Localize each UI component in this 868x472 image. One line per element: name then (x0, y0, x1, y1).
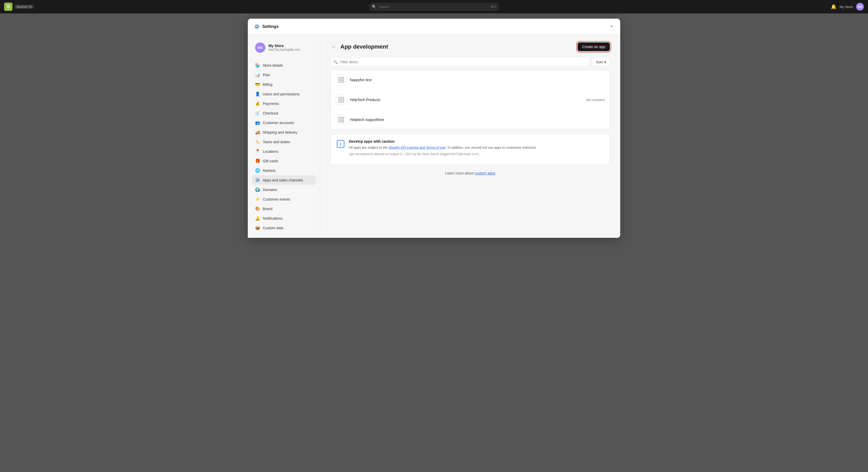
info-title: Develop apps with caution (349, 139, 536, 143)
sidebar-item-payments[interactable]: 💰 Payments (252, 99, 316, 108)
topbar-store-name: My Store (840, 5, 853, 9)
nav-icon-checkout: 🛒 (255, 111, 260, 115)
sidebar-item-gift-cards[interactable]: 🎁 Gift cards (252, 156, 316, 166)
modal-header: ⚙️ Settings × (248, 19, 620, 35)
page-title-row: ← App development (331, 43, 388, 50)
nav-label-gift-cards: Gift cards (263, 159, 278, 163)
svg-rect-8 (339, 117, 341, 119)
nav-icon-apps-sales-channels: ⚙️ (255, 177, 260, 182)
filter-input[interactable] (331, 57, 589, 67)
sidebar-item-brand[interactable]: 🎨 Brand (252, 204, 316, 213)
filter-search-icon: 🔍 (333, 60, 338, 64)
sidebar-item-taxes-duties[interactable]: 🏷️ Taxes and duties (252, 137, 316, 146)
sidebar-item-custom-data[interactable]: 📦 Custom data (252, 223, 316, 233)
sidebar-item-notifications[interactable]: 🔔 Notifications (252, 213, 316, 223)
nav-icon-customer-events: ⚡ (255, 197, 260, 202)
sidebar-item-billing[interactable]: 💳 Billing (252, 79, 316, 89)
nav-label-customer-events: Customer events (263, 197, 290, 201)
settings-modal: ⚙️ Settings × MS My Store caa73a.myshopi… (248, 19, 620, 238)
sidebar-item-apps-sales-channels[interactable]: ⚙️ Apps and sales channels (252, 175, 316, 185)
sort-label: Sort (596, 60, 602, 64)
svg-rect-4 (339, 97, 341, 99)
logo-area: S Summer '23 (4, 3, 34, 11)
svg-rect-11 (342, 120, 344, 122)
modal-close-button[interactable]: × (609, 23, 614, 30)
sidebar-item-store-details[interactable]: 🏪 Store details (252, 61, 316, 70)
topbar-search-input[interactable] (369, 3, 499, 10)
nav-icon-taxes-duties: 🏷️ (255, 139, 260, 144)
learn-more: Learn more about custom apps (331, 171, 610, 175)
nav-icon-gift-cards: 🎁 (255, 159, 260, 163)
store-info: MS My Store caa73a.myshopify.com (252, 40, 316, 55)
nav-icon-custom-data: 📦 (255, 226, 260, 230)
sidebar-store-avatar: MS (255, 42, 266, 53)
search-shortcut: ⌘ K (491, 5, 496, 8)
sidebar-item-users-permissions[interactable]: 👤 Users and permissions (252, 89, 316, 99)
sidebar-item-locations[interactable]: 📍 Locations (252, 146, 316, 156)
app-name-helptech-supporthive: Helptech supporthive (350, 117, 604, 122)
app-row-helptech-products[interactable]: HelpTech Products Not installed (331, 90, 610, 110)
bell-icon[interactable]: 🔔 (831, 4, 836, 9)
topbar-search-icon: 🔍 (372, 5, 376, 9)
sidebar-nav: 🏪 Store details 📊 Plan 💳 Billing 👤 Users… (252, 61, 316, 233)
svg-rect-10 (339, 120, 341, 122)
topbar-search-wrapper: 🔍 ⌘ K (369, 3, 499, 10)
shopify-logo-icon: S (4, 3, 12, 11)
nav-label-users-permissions: Users and permissions (263, 92, 300, 96)
modal-title: Settings (262, 24, 279, 29)
nav-label-apps-sales-channels: Apps and sales channels (263, 178, 303, 182)
sidebar-item-domains[interactable]: 🌍 Domains (252, 185, 316, 194)
topbar-avatar[interactable]: MS (856, 3, 864, 10)
nav-label-markets: Markets (263, 169, 276, 173)
info-desc-prefix: All apps are subject to the (349, 145, 389, 149)
nav-label-brand: Brand (263, 207, 272, 211)
nav-icon-brand: 🎨 (255, 206, 260, 211)
nav-icon-store-details: 🏪 (255, 63, 260, 68)
app-name-helptech-products: HelpTech Products (350, 98, 582, 102)
sort-chevron-icon: ▾ (604, 60, 606, 64)
sidebar-item-checkout[interactable]: 🛒 Checkout (252, 108, 316, 118)
learn-more-prefix: Learn more about (445, 171, 475, 175)
app-icon-helptech-products (336, 95, 346, 105)
nav-icon-markets: 🌐 (255, 168, 260, 173)
sidebar-item-shipping-delivery[interactable]: 🚚 Shipping and delivery (252, 128, 316, 137)
page-header: ← App development Create an app (331, 42, 610, 51)
shopify-terms-link[interactable]: Shopify API License and Terms of Use (389, 145, 446, 149)
sidebar-item-customer-accounts[interactable]: 👥 Customer accounts (252, 118, 316, 128)
nav-label-domains: Domains (263, 188, 277, 192)
app-row-helptech-supporthive[interactable]: Helptech supporthive (331, 110, 610, 130)
back-button[interactable]: ← (331, 43, 337, 50)
modal-title-area: ⚙️ Settings (254, 24, 279, 30)
sidebar-store-name: My Store (269, 44, 300, 48)
create-app-button[interactable]: Create an app (578, 42, 610, 51)
sidebar-item-plan[interactable]: 📊 Plan (252, 70, 316, 79)
info-box-content: Develop apps with caution All apps are s… (349, 139, 536, 156)
app-row-happyfox-test[interactable]: happyfox test (331, 70, 610, 90)
nav-icon-domains: 🌍 (255, 187, 260, 192)
settings-gear-icon: ⚙️ (254, 24, 260, 30)
nav-label-taxes-duties: Taxes and duties (263, 140, 290, 144)
nav-label-billing: Billing (263, 82, 272, 87)
nav-label-customer-accounts: Customer accounts (263, 121, 294, 125)
topbar-right: 🔔 My Store MS (831, 3, 864, 10)
nav-label-notifications: Notifications (263, 216, 282, 221)
svg-rect-1 (342, 77, 344, 79)
nav-label-locations: Locations (263, 149, 278, 154)
page-title: App development (340, 43, 388, 50)
sidebar-item-markets[interactable]: 🌐 Markets (252, 166, 316, 175)
info-box-header: i Develop apps with caution All apps are… (336, 139, 604, 156)
svg-rect-6 (339, 100, 341, 102)
sidebar-item-customer-events[interactable]: ⚡ Customer events (252, 194, 316, 204)
sort-button[interactable]: Sort ▾ (592, 57, 610, 67)
info-meta: App development allowed on August 17, 20… (349, 152, 536, 156)
nav-label-payments: Payments (263, 102, 279, 106)
svg-rect-0 (339, 77, 341, 79)
filter-input-wrapper: 🔍 (331, 57, 589, 67)
apps-list-card: happyfox test HelpTech Products Not inst… (331, 70, 610, 130)
svg-rect-5 (342, 97, 344, 99)
nav-icon-notifications: 🔔 (255, 216, 260, 221)
sidebar: MS My Store caa73a.myshopify.com 🏪 Store… (248, 35, 320, 238)
info-caution-icon: i (336, 139, 345, 148)
svg-text:i: i (340, 142, 341, 147)
custom-apps-link[interactable]: custom apps (475, 171, 495, 175)
